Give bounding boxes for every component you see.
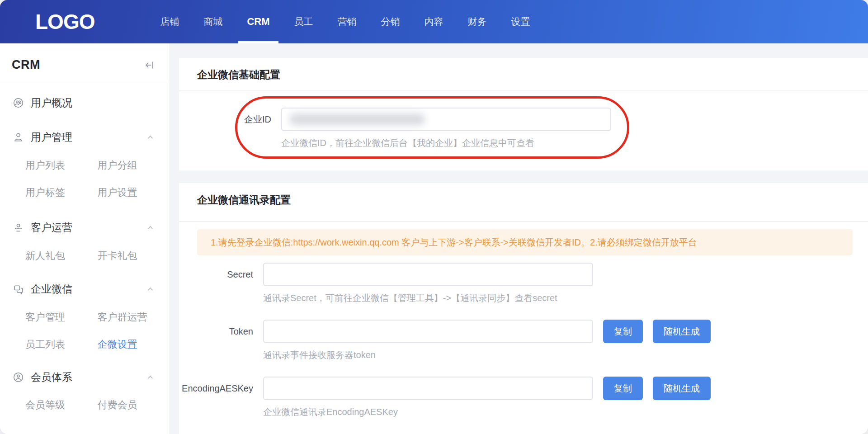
sidebar-item-user-overview[interactable]: 用户概况 xyxy=(0,96,170,109)
sidebar-item-member-level[interactable]: 会员等级 xyxy=(25,398,98,412)
sidebar-sub-row: 用户列表 用户分组 xyxy=(0,159,170,172)
token-helper: 通讯录事件接收服务器token xyxy=(263,349,868,360)
top-nav: LOGO 店铺 商城 CRM 员工 营销 分销 内容 财务 设置 xyxy=(0,0,868,43)
sidebar-sub-row: 客户管理 客户群运营 xyxy=(0,311,170,324)
divider xyxy=(179,221,868,222)
copy-button[interactable]: 复制 xyxy=(603,320,643,343)
chevron-up-icon[interactable] xyxy=(146,285,154,293)
sidebar-item-user-settings[interactable]: 用户设置 xyxy=(98,186,170,199)
main-content: 企业微信基础配置 企业ID 企业微信ID，前往企业微信后台【我的企业】企业信息中… xyxy=(170,43,868,434)
warning-alert: 1.请先登录企业微信:https://work.weixin.qq.com 客户… xyxy=(197,229,853,255)
secret-label: Secret xyxy=(179,269,253,280)
sidebar-sub-row: 会员等级 付费会员 xyxy=(0,399,170,411)
sidebar: CRM 用户概况 xyxy=(0,43,170,434)
basic-config-card: 企业微信基础配置 企业ID 企业微信ID，前往企业微信后台【我的企业】企业信息中… xyxy=(179,58,868,170)
aeskey-input[interactable] xyxy=(263,377,593,400)
contacts-config-title: 企业微信通讯录配置 xyxy=(179,183,868,207)
chevron-up-icon[interactable] xyxy=(146,133,154,141)
random-generate-button[interactable]: 随机生成 xyxy=(653,320,711,343)
app-window: LOGO 店铺 商城 CRM 员工 营销 分销 内容 财务 设置 CRM xyxy=(0,0,868,434)
sidebar-item-label: 企业微信 xyxy=(31,282,72,296)
warning-alert-text: 1.请先登录企业微信:https://work.weixin.qq.com 客户… xyxy=(211,236,697,249)
sidebar-item-user-list[interactable]: 用户列表 xyxy=(25,159,98,172)
logo: LOGO xyxy=(35,9,94,34)
member-icon xyxy=(13,372,24,383)
sidebar-sub-row: 用户标签 用户设置 xyxy=(0,186,170,199)
copy-button[interactable]: 复制 xyxy=(603,377,643,400)
masked-value-blur xyxy=(289,113,425,125)
secret-input[interactable] xyxy=(263,263,593,286)
sidebar-item-label: 用户概况 xyxy=(31,96,72,110)
user-manage-icon xyxy=(13,132,24,143)
sidebar-item-newcomer-pack[interactable]: 新人礼包 xyxy=(25,249,98,263)
sidebar-sub-row: 新人礼包 开卡礼包 xyxy=(0,250,170,262)
customer-ops-icon xyxy=(13,222,24,233)
sidebar-item-label: 会员体系 xyxy=(31,370,72,384)
collapse-sidebar-icon[interactable] xyxy=(144,60,154,70)
nav-item-shop[interactable]: 店铺 xyxy=(148,0,191,43)
nav-item-finance[interactable]: 财务 xyxy=(456,0,499,43)
sidebar-item-paid-member[interactable]: 付费会员 xyxy=(98,398,170,412)
nav-item-distribution[interactable]: 分销 xyxy=(369,0,412,43)
sidebar-item-user-manage[interactable]: 用户管理 xyxy=(0,130,170,144)
nav-item-staff[interactable]: 员工 xyxy=(282,0,326,43)
nav-item-crm[interactable]: CRM xyxy=(235,0,282,43)
sidebar-item-customer-group-ops[interactable]: 客户群运营 xyxy=(98,311,170,324)
token-input[interactable] xyxy=(263,320,593,343)
random-generate-button[interactable]: 随机生成 xyxy=(653,377,711,400)
top-nav-menu: 店铺 商城 CRM 员工 营销 分销 内容 财务 设置 xyxy=(148,0,542,43)
sidebar-sub-row: 员工列表 企微设置 xyxy=(0,338,170,351)
nav-item-marketing[interactable]: 营销 xyxy=(326,0,369,43)
aeskey-helper: 企业微信通讯录EncodingAESKey xyxy=(263,406,868,417)
corp-id-label: 企业ID xyxy=(237,113,271,126)
token-label: Token xyxy=(179,326,253,337)
sidebar-item-label: 用户管理 xyxy=(31,130,72,144)
token-row: Token 复制 随机生成 通讯录事件接收服务器token xyxy=(179,320,868,360)
sidebar-item-customer-manage[interactable]: 客户管理 xyxy=(25,311,98,324)
red-annotation-circle: 企业ID 企业微信ID，前往企业微信后台【我的企业】企业信息中可查看 xyxy=(235,96,629,159)
sidebar-item-wework[interactable]: 企业微信 xyxy=(0,282,170,296)
chevron-up-icon[interactable] xyxy=(146,224,154,231)
corp-id-helper: 企业微信ID，前往企业微信后台【我的企业】企业信息中可查看 xyxy=(281,137,627,148)
sidebar-item-member-system[interactable]: 会员体系 xyxy=(0,370,170,384)
sidebar-item-user-group[interactable]: 用户分组 xyxy=(98,159,170,172)
sidebar-item-label: 客户运营 xyxy=(31,221,72,235)
sidebar-item-user-tag[interactable]: 用户标签 xyxy=(25,186,98,199)
wework-icon xyxy=(13,283,24,295)
divider xyxy=(179,90,868,91)
sidebar-item-wework-settings[interactable]: 企微设置 xyxy=(98,338,170,351)
basic-config-title: 企业微信基础配置 xyxy=(179,58,868,81)
sidebar-divider xyxy=(0,82,170,82)
aeskey-row: EncodingAESKey 复制 随机生成 企业微信通讯录EncodingAE… xyxy=(179,377,868,417)
chevron-up-icon[interactable] xyxy=(146,373,154,381)
nav-item-settings[interactable]: 设置 xyxy=(499,0,542,43)
secret-row: Secret 通讯录Secret，可前往企业微信【管理工具】->【通讯录同步】查… xyxy=(179,263,868,303)
sidebar-item-customer-ops[interactable]: 客户运营 xyxy=(0,221,170,234)
user-overview-icon xyxy=(13,97,24,108)
sidebar-item-staff-list[interactable]: 员工列表 xyxy=(25,338,98,351)
nav-item-mall[interactable]: 商城 xyxy=(191,0,235,43)
contacts-config-card: 企业微信通讯录配置 1.请先登录企业微信:https://work.weixin… xyxy=(179,183,868,434)
sidebar-title: CRM xyxy=(12,58,40,72)
secret-helper: 通讯录Secret，可前往企业微信【管理工具】->【通讯录同步】查看secret xyxy=(263,292,868,303)
aeskey-label: EncodingAESKey xyxy=(179,383,253,394)
nav-item-content[interactable]: 内容 xyxy=(412,0,456,43)
sidebar-item-card-pack[interactable]: 开卡礼包 xyxy=(98,249,170,263)
